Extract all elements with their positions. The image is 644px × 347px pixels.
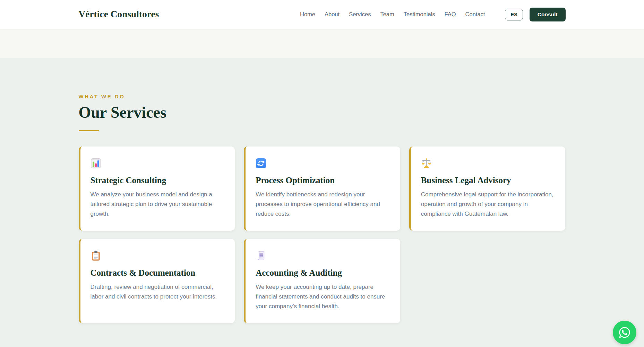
receipt-icon: [256, 250, 266, 261]
whatsapp-button[interactable]: [613, 321, 636, 344]
services-grid: Strategic Consulting We analyze your bus…: [79, 146, 566, 323]
service-card-title: Accounting & Auditing: [256, 268, 389, 278]
arrows-cycle-icon: [256, 158, 266, 169]
nav-link-team[interactable]: Team: [380, 11, 394, 18]
service-card-process-optimization: Process Optimization We identify bottlen…: [244, 146, 400, 231]
section-eyebrow: WHAT WE DO: [79, 94, 566, 99]
service-card-business-legal-advisory: Business Legal Advisory Comprehensive le…: [409, 146, 566, 231]
services-section: WHAT WE DO Our Services Strategic Consul…: [0, 58, 644, 347]
language-toggle-button[interactable]: ES: [505, 9, 523, 20]
main-nav: Home About Services Team Testimonials FA…: [300, 8, 566, 21]
nav-link-testimonials[interactable]: Testimonials: [404, 11, 435, 18]
whatsapp-icon: [618, 326, 631, 339]
service-card-description: We keep your accounting up to date, prep…: [256, 282, 389, 311]
consult-button[interactable]: Consult: [530, 8, 566, 21]
service-card-description: Drafting, review and negotiation of comm…: [91, 282, 224, 302]
service-card-title: Strategic Consulting: [91, 176, 224, 185]
nav-link-services[interactable]: Services: [349, 11, 371, 18]
nav-link-home[interactable]: Home: [300, 11, 315, 18]
service-card-title: Contracts & Documentation: [91, 268, 224, 278]
clipboard-icon: [91, 250, 101, 261]
bar-chart-icon: [91, 158, 101, 169]
service-card-contracts-documentation: Contracts & Documentation Drafting, revi…: [79, 239, 235, 323]
service-card-description: We analyze your business model and desig…: [91, 190, 224, 219]
gold-underline: [79, 130, 99, 132]
site-logo[interactable]: Vértice Consultores: [79, 9, 159, 20]
site-header: Vértice Consultores Home About Services …: [0, 0, 644, 29]
nav-link-about[interactable]: About: [325, 11, 340, 18]
nav-link-faq[interactable]: FAQ: [445, 11, 456, 18]
balance-scale-icon: [421, 158, 432, 169]
service-card-accounting-auditing: Accounting & Auditing We keep your accou…: [244, 239, 400, 323]
service-card-title: Business Legal Advisory: [421, 176, 555, 185]
service-card-title: Process Optimization: [256, 176, 389, 185]
service-card-description: Comprehensive legal support for the inco…: [421, 190, 555, 219]
service-card-strategic-consulting: Strategic Consulting We analyze your bus…: [79, 146, 235, 231]
service-card-description: We identify bottlenecks and redesign you…: [256, 190, 389, 219]
header-actions: ES Consult: [505, 8, 565, 21]
hero-bottom-strip: [0, 29, 644, 58]
section-title: Our Services: [79, 104, 566, 122]
nav-link-contact[interactable]: Contact: [465, 11, 485, 18]
